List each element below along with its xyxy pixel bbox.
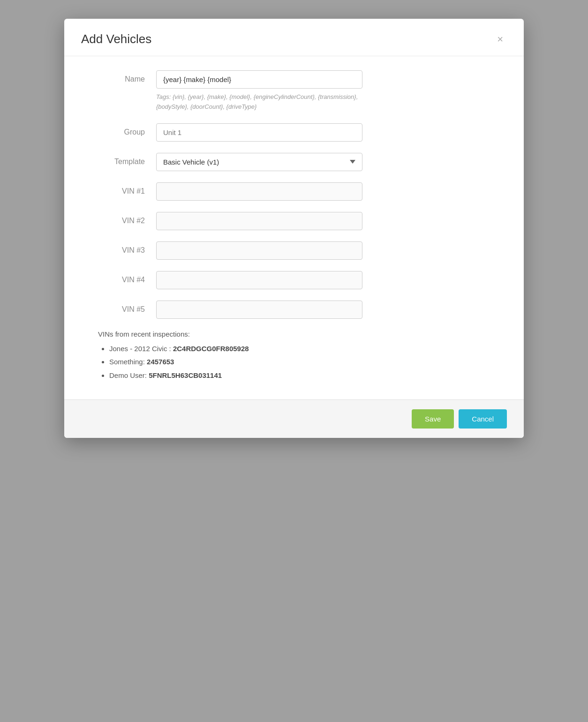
recent-vins-list: Jones - 2012 Civic : 2C4RDGCG0FR805928 S…: [98, 344, 507, 381]
vin5-row: VIN #5: [81, 301, 507, 319]
modal-title: Add Vehicles: [81, 32, 151, 46]
vin4-row: VIN #4: [81, 271, 507, 289]
name-input[interactable]: [156, 70, 362, 89]
save-button[interactable]: Save: [412, 409, 454, 429]
vin3-row: VIN #3: [81, 241, 507, 260]
vin4-input[interactable]: [156, 271, 362, 289]
recent-vins-section: VINs from recent inspections: Jones - 20…: [81, 330, 507, 381]
cancel-button[interactable]: Cancel: [459, 409, 507, 429]
modal-footer: Save Cancel: [64, 399, 524, 438]
vin-item-value-2: 2457653: [147, 358, 174, 366]
vin3-label: VIN #3: [81, 241, 156, 255]
list-item: Demo User: 5FNRL5H63CB031141: [109, 370, 507, 381]
group-input[interactable]: [156, 123, 362, 142]
list-item: Something: 2457653: [109, 357, 507, 368]
tags-hint: Tags: {vin}, {year}, {make}, {model}, {e…: [156, 92, 362, 112]
list-item: Jones - 2012 Civic : 2C4RDGCG0FR805928: [109, 344, 507, 354]
vin-item-value-1: 2C4RDGCG0FR805928: [173, 345, 249, 353]
vin-item-prefix-1: Jones - 2012 Civic :: [109, 345, 173, 353]
vin3-input[interactable]: [156, 241, 362, 260]
vin1-field-container: [156, 182, 507, 201]
vin4-field-container: [156, 271, 507, 289]
vin-item-prefix-2: Something:: [109, 358, 147, 366]
template-field-container: Basic Vehicle (v1): [156, 153, 507, 171]
group-row: Group: [81, 123, 507, 142]
vin-item-value-3: 5FNRL5H63CB031141: [149, 371, 222, 379]
modal-header: Add Vehicles ×: [64, 19, 524, 56]
vin1-input[interactable]: [156, 182, 362, 201]
template-select[interactable]: Basic Vehicle (v1): [156, 153, 362, 171]
name-row: Name Tags: {vin}, {year}, {make}, {model…: [81, 70, 507, 112]
vin2-row: VIN #2: [81, 212, 507, 230]
vin3-field-container: [156, 241, 507, 260]
close-button[interactable]: ×: [493, 32, 507, 46]
vin5-label: VIN #5: [81, 301, 156, 314]
recent-vins-label: VINs from recent inspections:: [98, 330, 507, 338]
vin4-label: VIN #4: [81, 271, 156, 284]
add-vehicles-modal: Add Vehicles × Name Tags: {vin}, {year},…: [64, 19, 524, 438]
vin1-row: VIN #1: [81, 182, 507, 201]
modal-body: Name Tags: {vin}, {year}, {make}, {model…: [64, 56, 524, 399]
template-label: Template: [81, 153, 156, 166]
name-field-container: Tags: {vin}, {year}, {make}, {model}, {e…: [156, 70, 507, 112]
vin-item-prefix-3: Demo User:: [109, 371, 149, 379]
vin1-label: VIN #1: [81, 182, 156, 196]
template-row: Template Basic Vehicle (v1): [81, 153, 507, 171]
name-label: Name: [81, 70, 156, 83]
vin5-field-container: [156, 301, 507, 319]
vin5-input[interactable]: [156, 301, 362, 319]
vin2-field-container: [156, 212, 507, 230]
group-field-container: [156, 123, 507, 142]
group-label: Group: [81, 123, 156, 136]
vin2-label: VIN #2: [81, 212, 156, 225]
vin2-input[interactable]: [156, 212, 362, 230]
